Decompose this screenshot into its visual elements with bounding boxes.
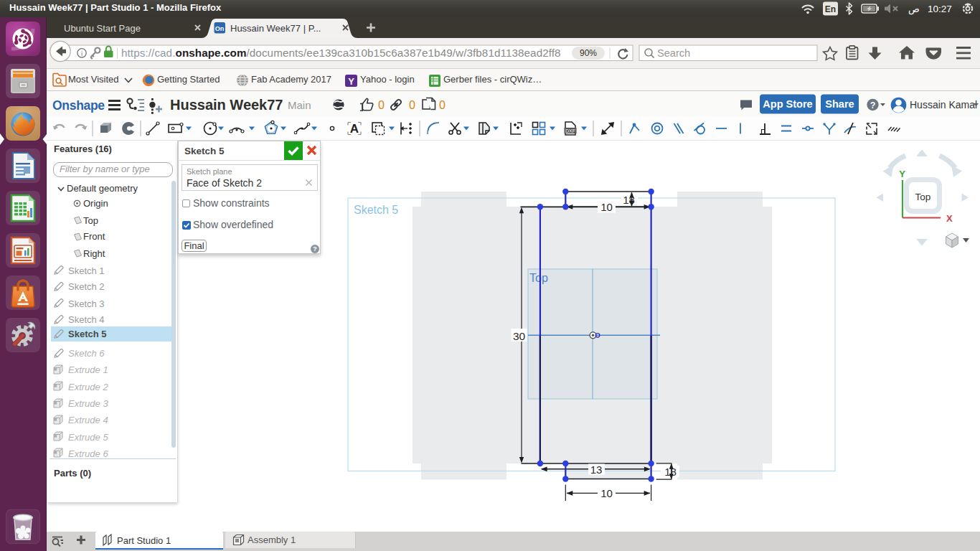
svg-text:13: 13	[590, 463, 603, 476]
svg-text:Top: Top	[915, 192, 931, 202]
svg-text:Main: Main	[288, 99, 311, 111]
svg-text:0: 0	[409, 99, 415, 111]
svg-text:Y: Y	[899, 169, 905, 179]
svg-text:https://cad.onshape.com/docume: https://cad.onshape.com/documents/ee139c…	[121, 47, 561, 59]
svg-text:30: 30	[513, 330, 526, 342]
svg-text:Y: Y	[348, 76, 354, 87]
svg-text:10:27: 10:27	[928, 4, 952, 14]
svg-text:App Store: App Store	[763, 98, 812, 110]
svg-text:X: X	[946, 213, 953, 224]
svg-text:Hussain Week77 | P...: Hussain Week77 | P...	[230, 23, 321, 34]
svg-text:En: En	[825, 4, 836, 14]
svg-text:ص: ص	[908, 4, 920, 15]
svg-text:?: ?	[870, 100, 876, 110]
svg-text:Share: Share	[825, 98, 854, 110]
svg-text:Sketch 5: Sketch 5	[354, 204, 398, 216]
svg-text:Search: Search	[657, 47, 690, 59]
svg-text:i: i	[81, 50, 83, 57]
svg-text:DXF: DXF	[565, 128, 575, 133]
svg-text:90%: 90%	[580, 48, 597, 58]
svg-text:A: A	[350, 122, 359, 136]
svg-text:Onshape: Onshape	[52, 98, 105, 113]
svg-text:18: 18	[623, 194, 635, 206]
svg-text:0: 0	[439, 99, 446, 111]
svg-text:On: On	[215, 25, 225, 32]
svg-text:10: 10	[600, 487, 613, 499]
svg-text:Hussain Week77: Hussain Week77	[170, 97, 283, 113]
svg-text:0: 0	[378, 99, 385, 111]
svg-text:Top: Top	[529, 272, 548, 284]
svg-text:Ubuntu Start Page: Ubuntu Start Page	[64, 23, 141, 34]
svg-text:Hussain Kamal: Hussain Kamal	[910, 99, 977, 110]
svg-text:10: 10	[600, 201, 613, 213]
